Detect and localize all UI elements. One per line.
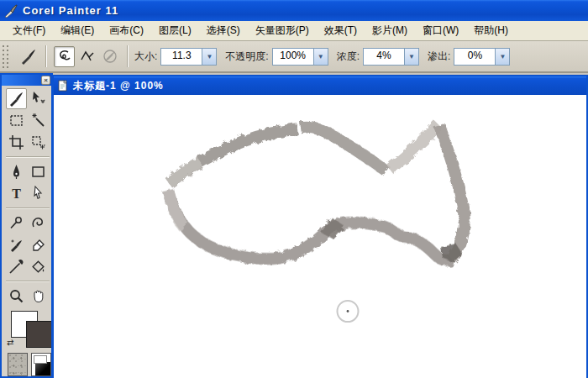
swap-colors-icon[interactable]: ⇄ — [7, 338, 13, 347]
size-control: 大小: 11.3 ▼ — [134, 48, 217, 66]
text-tool-icon: T — [8, 186, 24, 202]
cloner-brush-icon — [8, 237, 24, 253]
tool-magic-wand[interactable] — [28, 110, 49, 131]
straight-strokes-button[interactable] — [76, 46, 97, 67]
tool-eraser[interactable] — [28, 234, 49, 255]
tool-scissors[interactable] — [6, 213, 27, 234]
marquee-icon — [8, 113, 24, 129]
tool-rectangular-shape[interactable] — [28, 161, 49, 182]
hand-grabber-icon — [30, 288, 46, 304]
media-selectors — [6, 353, 51, 376]
size-dropdown-arrow[interactable]: ▼ — [202, 49, 216, 65]
tool-selection-adjuster[interactable] — [28, 132, 49, 153]
document-icon — [57, 80, 69, 92]
svg-text:T: T — [12, 186, 21, 201]
magnifier-icon — [8, 288, 24, 304]
menubar: 文件(F) 编辑(E) 画布(C) 图层(L) 选择(S) 矢量图形(P) 效果… — [0, 21, 588, 41]
brush-icon — [20, 48, 37, 65]
zigzag-line-icon — [80, 49, 95, 64]
pattern-preview — [35, 362, 50, 375]
resat-control: 浓度: 4% ▼ — [337, 48, 419, 66]
rectangle-shape-icon — [30, 164, 46, 180]
toolbar-grip-handle[interactable] — [2, 45, 11, 68]
tool-text[interactable]: T — [6, 183, 27, 204]
fish-outline — [168, 124, 465, 262]
white-arrow-icon — [30, 186, 46, 202]
property-bar: 大小: 11.3 ▼ 不透明度: 100% ▼ 浓度: 4% ▼ 渗出: 0% … — [0, 41, 588, 73]
menu-select[interactable]: 选择(S) — [199, 21, 248, 40]
menu-file[interactable]: 文件(F) — [5, 21, 53, 40]
paint-bucket-icon — [30, 259, 46, 275]
tool-rectangular-selection[interactable] — [6, 110, 27, 131]
menu-layer[interactable]: 图层(L) — [151, 21, 199, 40]
size-label: 大小: — [134, 50, 157, 64]
crop-icon — [8, 134, 24, 150]
toolbox-close-button[interactable]: × — [41, 76, 50, 85]
tool-brush[interactable] — [6, 88, 27, 109]
menu-shapes[interactable]: 矢量图形(P) — [248, 21, 317, 40]
tool-rotate-page[interactable] — [28, 213, 49, 234]
freehand-curl-icon — [57, 49, 72, 64]
pattern-selector[interactable] — [31, 353, 51, 376]
crossed-brush-icon — [102, 49, 118, 64]
resat-label: 浓度: — [337, 50, 360, 64]
size-value-field[interactable]: 11.3 — [161, 49, 202, 65]
tool-crop[interactable] — [6, 132, 27, 153]
selection-adjuster-icon — [30, 134, 46, 150]
tool-magnifier[interactable] — [6, 286, 27, 307]
tool-paint-bucket[interactable] — [28, 256, 49, 277]
app-paintbrush-icon — [4, 4, 18, 18]
document-window: 未标题-1 @ 100% — [52, 75, 588, 378]
bleed-label: 渗出: — [428, 50, 450, 64]
app-title: Corel Painter 11 — [23, 4, 118, 17]
menu-help[interactable]: 帮助(H) — [466, 21, 516, 40]
clone-color-button[interactable] — [99, 46, 120, 67]
menu-effects[interactable]: 效果(T) — [317, 21, 365, 40]
menu-edit[interactable]: 编辑(E) — [53, 21, 102, 40]
additional-color-swatch[interactable] — [26, 321, 53, 348]
brush-cursor — [338, 301, 359, 322]
opacity-value-field[interactable]: 100% — [273, 49, 313, 65]
menu-canvas[interactable]: 画布(C) — [102, 21, 151, 40]
pattern-preview-notch — [34, 355, 47, 364]
separator — [45, 45, 47, 67]
tool-grabber[interactable] — [28, 286, 49, 307]
workspace: 未标题-1 @ 100% — [0, 73, 588, 378]
divider — [6, 281, 50, 282]
document-titlebar[interactable]: 未标题-1 @ 100% — [54, 76, 586, 95]
tool-pen[interactable] — [6, 161, 27, 182]
rotate-page-icon — [30, 215, 46, 231]
paper-texture-selector[interactable] — [8, 353, 28, 376]
opacity-dropdown-arrow[interactable]: ▼ — [313, 49, 328, 65]
app-titlebar[interactable]: Corel Painter 11 — [0, 0, 588, 21]
scissors-icon — [8, 215, 24, 231]
eyedropper-icon — [8, 259, 24, 275]
toolbox-titlebar[interactable]: × — [2, 75, 51, 86]
opacity-label: 不透明度: — [225, 50, 268, 64]
separator — [127, 45, 129, 67]
divider — [6, 207, 50, 209]
move-arrow-icon — [30, 91, 46, 107]
menu-window[interactable]: 窗口(W) — [415, 21, 466, 40]
brush-indicator — [18, 45, 39, 67]
freehand-strokes-button[interactable] — [54, 46, 75, 67]
eraser-icon — [30, 237, 46, 253]
corel-painter-app: { "window": { "title": "Corel Painter 11… — [0, 0, 588, 378]
menu-movie[interactable]: 影片(M) — [365, 21, 415, 40]
canvas[interactable] — [54, 95, 586, 378]
tool-dropper[interactable] — [6, 256, 27, 277]
color-swatches: ⇄ — [6, 309, 51, 353]
resat-value-field[interactable]: 4% — [364, 49, 404, 65]
bleed-dropdown-arrow[interactable]: ▼ — [495, 49, 509, 65]
bleed-value-field[interactable]: 0% — [454, 49, 495, 65]
opacity-control: 不透明度: 100% ▼ — [225, 48, 328, 66]
toolbox-palette: × — [0, 73, 53, 378]
resat-dropdown-arrow[interactable]: ▼ — [404, 49, 418, 65]
tool-layer-adjuster[interactable] — [28, 88, 49, 109]
brush-icon — [8, 91, 24, 107]
document-title: 未标题-1 @ 100% — [73, 79, 164, 93]
tool-grid: T — [2, 86, 51, 376]
pen-nib-icon — [8, 164, 24, 180]
tool-cloner[interactable] — [6, 234, 27, 255]
tool-shape-selection[interactable] — [28, 183, 49, 204]
